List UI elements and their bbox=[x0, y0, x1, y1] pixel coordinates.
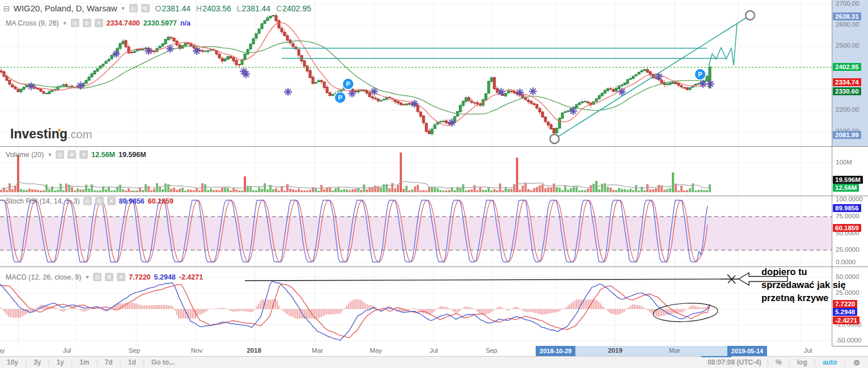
settings-icon[interactable]: ⚙ bbox=[95, 197, 104, 205]
ma-fast-value: 2334.7400 bbox=[107, 19, 140, 27]
scroll-range-strip bbox=[701, 356, 731, 357]
time-axis[interactable]: ayJulSepNov2018MarMayJulSep2019MarJul201… bbox=[0, 346, 832, 356]
stoch-rsi-row: Stoch RSI (14, 14, 3, 3) ◎ ⚙ ✕ 89.9856 6… bbox=[6, 197, 173, 205]
stoch-rsi-label[interactable]: Stoch RSI (14, 14, 3, 3) bbox=[6, 197, 80, 205]
axis-price-badge: 2638.31 bbox=[833, 12, 861, 20]
axis-tick-label: 25.0000 bbox=[836, 246, 859, 253]
logo-orange-dot bbox=[58, 129, 61, 132]
bottom-toolbar: 10y|3y|1y|1m|7d|1d|Go to... 08:07:08 (UT… bbox=[0, 356, 868, 368]
svg-text:P: P bbox=[346, 81, 350, 87]
ma-cross-label[interactable]: MA Cross (9, 26) bbox=[6, 19, 59, 27]
axis-price-badge: 19.596M bbox=[833, 176, 863, 184]
goto-button[interactable]: Go to... bbox=[145, 358, 181, 366]
settings-icon[interactable]: ⚙ bbox=[141, 4, 150, 12]
time-axis-label: 2018 bbox=[247, 347, 261, 354]
axis-price-badge: 60.1859 bbox=[833, 224, 861, 232]
date-range-badge: 2019-05-14 bbox=[727, 346, 767, 356]
ma-slow-value: 2330.5977 bbox=[143, 19, 177, 27]
axis-tick-label: 2200.00 bbox=[836, 106, 859, 113]
macd-label[interactable]: MACD (12, 26, close, 9) bbox=[6, 273, 81, 281]
time-axis-label: Sep bbox=[129, 347, 140, 354]
volume-label[interactable]: Volume (20) bbox=[6, 151, 44, 159]
range-button-1y[interactable]: 1y bbox=[50, 358, 71, 366]
settings-icon[interactable]: ⚙ bbox=[105, 273, 113, 281]
time-axis-label: Mar bbox=[669, 347, 680, 354]
visibility-icon[interactable]: ◎ bbox=[83, 197, 92, 205]
percent-scale-button[interactable]: % bbox=[769, 358, 789, 366]
chart-canvas[interactable]: PPP bbox=[0, 0, 832, 346]
collapse-icon[interactable]: ⊟ bbox=[3, 5, 10, 12]
chevron-down-icon[interactable]: ▼ bbox=[84, 274, 90, 280]
close-icon[interactable]: ✕ bbox=[95, 19, 103, 27]
volume-value: 19.596M bbox=[118, 151, 146, 159]
macd-row: MACD (12, 26, close, 9) ▼ ◎ ⚙ ✕ 7.7220 5… bbox=[6, 273, 203, 281]
axis-price-badge: 2402.95 bbox=[833, 63, 861, 71]
time-axis-label: 2019 bbox=[608, 347, 623, 354]
investing-logo: Investing.com bbox=[10, 126, 92, 142]
chart-app: PPP ⊟ WIG20, Poland, D, Warsaw ▼ ◎ ⚙ O23… bbox=[0, 0, 868, 368]
volume-ma-value: 12.56M bbox=[91, 151, 115, 159]
log-scale-button[interactable]: log bbox=[790, 358, 814, 366]
axis-tick-label: 75.0000 bbox=[836, 213, 859, 219]
svg-text:P: P bbox=[338, 94, 342, 101]
close-icon[interactable]: ✕ bbox=[107, 197, 116, 205]
time-axis-label: Jul bbox=[804, 347, 812, 354]
settings-icon[interactable]: ⚙ bbox=[67, 150, 76, 159]
axis-price-badge: 5.2948 bbox=[833, 308, 857, 316]
visibility-icon[interactable]: ◎ bbox=[93, 273, 101, 281]
macd-signal-value: 5.2948 bbox=[154, 273, 176, 281]
axis-tick-label: 2600.00 bbox=[836, 21, 859, 28]
clock-label: 08:07:08 (UTC-4) bbox=[702, 358, 767, 366]
axis-tick-label: -50.0000 bbox=[836, 337, 861, 344]
chevron-down-icon[interactable]: ▼ bbox=[62, 20, 67, 26]
panel-separator[interactable] bbox=[0, 146, 868, 147]
time-axis-label: Mar bbox=[312, 347, 323, 354]
ohlc-values: O2381.44 H2403.56 L2381.44 C2402.95 bbox=[155, 4, 311, 13]
axis-tick-label: 100.0000 bbox=[836, 196, 863, 202]
range-button-1m[interactable]: 1m bbox=[73, 358, 96, 366]
time-axis-label: May bbox=[370, 347, 382, 354]
visibility-icon[interactable]: ◎ bbox=[71, 19, 79, 27]
visibility-icon[interactable]: ◎ bbox=[56, 150, 64, 159]
stoch-d-value: 60.1859 bbox=[148, 197, 173, 205]
time-axis-label: ay bbox=[0, 347, 5, 354]
axis-tick-label: 100M bbox=[836, 159, 852, 166]
chevron-down-icon[interactable]: ▼ bbox=[47, 152, 52, 158]
close-icon[interactable]: ✕ bbox=[79, 150, 88, 159]
panel-separator[interactable] bbox=[0, 267, 868, 267]
axis-price-badge: 2330.60 bbox=[833, 87, 861, 95]
axis-price-badge: 2334.74 bbox=[833, 78, 861, 86]
axis-price-badge: 89.9856 bbox=[833, 204, 861, 212]
range-button-10y[interactable]: 10y bbox=[0, 358, 25, 366]
visibility-icon[interactable]: ◎ bbox=[129, 4, 138, 12]
axis-price-badge: 12.56M bbox=[833, 184, 859, 192]
axis-tick-label: 0.0000 bbox=[836, 259, 856, 265]
time-axis-label: Jul bbox=[430, 347, 438, 354]
close-icon[interactable]: ✕ bbox=[117, 273, 125, 281]
svg-text:P: P bbox=[698, 71, 702, 78]
symbol-header: ⊟ WIG20, Poland, D, Warsaw ▼ ◎ ⚙ O2381.4… bbox=[3, 3, 311, 13]
date-range-badge: 2018-10-29 bbox=[536, 346, 575, 356]
chevron-down-icon[interactable]: ▼ bbox=[121, 6, 126, 11]
drawn-annotation-text[interactable]: dopiero tu sprzedawać jak się przetną kr… bbox=[761, 265, 846, 304]
axis-price-badge: -2.4271 bbox=[833, 316, 859, 324]
volume-row: Volume (20) ▼ ◎ ⚙ ✕ 12.56M 19.596M bbox=[6, 150, 146, 159]
axis-tick-label: 2500.00 bbox=[836, 42, 859, 49]
axis-tick-label: 2700.00 bbox=[836, 0, 859, 7]
toolbar-gear-icon[interactable]: ⚙ bbox=[845, 358, 868, 367]
range-button-1d[interactable]: 1d bbox=[121, 358, 143, 366]
auto-scale-button[interactable]: auto bbox=[816, 358, 844, 366]
panel-separator[interactable] bbox=[0, 196, 868, 196]
symbol-title[interactable]: WIG20, Poland, D, Warsaw bbox=[14, 3, 117, 13]
settings-icon[interactable]: ⚙ bbox=[83, 19, 91, 27]
ma-cross-row: MA Cross (9, 26) ▼ ◎ ⚙ ✕ 2334.7400 2330.… bbox=[6, 19, 190, 27]
range-button-3y[interactable]: 3y bbox=[27, 358, 48, 366]
ma-na-value: n/a bbox=[180, 19, 190, 27]
time-axis-label: Jul bbox=[63, 347, 71, 354]
time-axis-label: Nov bbox=[191, 347, 202, 354]
macd-value: 7.7220 bbox=[129, 273, 150, 281]
axis-price-badge: 2081.99 bbox=[833, 131, 861, 139]
stoch-k-value: 89.9856 bbox=[119, 197, 145, 205]
range-button-7d[interactable]: 7d bbox=[98, 358, 120, 366]
time-axis-label: Sep bbox=[486, 347, 497, 354]
